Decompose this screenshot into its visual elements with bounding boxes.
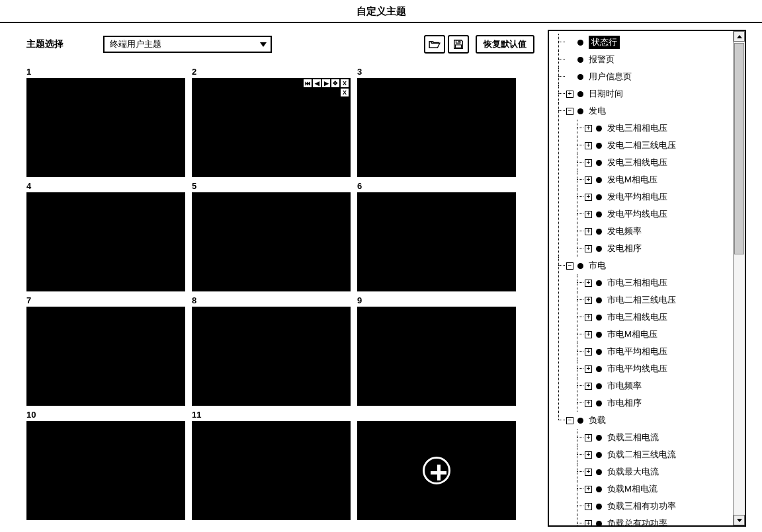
expand-icon[interactable]: + — [585, 176, 592, 184]
tree-node[interactable]: +发电三相相电压 — [585, 120, 733, 137]
slot-4[interactable]: 4 — [26, 181, 185, 291]
scroll-up-button[interactable] — [734, 31, 745, 42]
tree-node[interactable]: +市电频率 — [585, 377, 733, 395]
slot-preview[interactable] — [192, 78, 351, 177]
slot-preview[interactable] — [26, 421, 185, 520]
add-slot[interactable] — [357, 421, 516, 520]
tree-node[interactable]: +负载最大电流 — [585, 463, 733, 480]
slot-12[interactable] — [357, 410, 516, 520]
expand-icon[interactable]: + — [585, 365, 592, 373]
expand-icon[interactable]: + — [585, 520, 592, 526]
expand-icon[interactable]: + — [585, 159, 592, 167]
slot-preview[interactable] — [357, 307, 516, 406]
close-icon[interactable]: X — [340, 88, 349, 97]
slot-1[interactable]: 1 — [26, 67, 185, 177]
tree-node[interactable]: +负载二相三线电流 — [585, 446, 733, 463]
expand-icon[interactable]: + — [585, 280, 592, 287]
tree-node[interactable]: +发电M相电压 — [585, 171, 733, 188]
tree-node[interactable]: +发电平均相电压 — [585, 188, 733, 206]
tree-node[interactable]: 状态行 — [566, 34, 733, 51]
collapse-icon[interactable]: − — [566, 108, 573, 115]
expand-icon[interactable]: + — [585, 434, 592, 441]
expand-icon[interactable]: + — [585, 469, 592, 476]
slot-preview[interactable] — [192, 192, 351, 291]
save-button[interactable] — [448, 35, 469, 54]
restore-default-button[interactable]: 恢复默认值 — [476, 35, 534, 54]
tree-node[interactable]: +市电相序 — [585, 395, 733, 412]
tree-node[interactable]: +日期时间 — [566, 85, 733, 102]
expand-icon[interactable]: + — [585, 503, 592, 510]
scroll-down-button[interactable] — [734, 515, 745, 525]
scroll-track[interactable] — [734, 42, 745, 515]
tree-node[interactable]: +发电二相三线电压 — [585, 137, 733, 154]
theme-select[interactable]: 终端用户主题 — [103, 36, 272, 53]
expand-icon[interactable]: + — [585, 245, 592, 252]
expand-icon[interactable]: + — [585, 314, 592, 321]
close-icon[interactable]: X — [340, 79, 349, 88]
expand-icon[interactable]: + — [585, 400, 592, 407]
skip-back-icon[interactable]: ⏮ — [303, 79, 312, 88]
expand-icon[interactable]: + — [585, 383, 592, 390]
tree-node[interactable]: 用户信息页 — [566, 68, 733, 85]
tree-node-label: 发电平均线电压 — [607, 208, 667, 220]
expand-icon[interactable]: + — [585, 297, 592, 304]
plus-icon — [423, 457, 450, 484]
tree-node[interactable]: +市电平均相电压 — [585, 343, 733, 360]
expand-icon[interactable]: + — [585, 348, 592, 356]
tree-node[interactable]: +负载总有功功率 — [585, 515, 733, 525]
scrollbar[interactable] — [733, 31, 745, 525]
expand-icon[interactable]: + — [585, 194, 592, 201]
slot-6[interactable]: 6 — [357, 181, 516, 291]
prev-icon[interactable]: ◀ — [312, 79, 321, 88]
collapse-icon[interactable]: − — [566, 417, 573, 424]
tree-node[interactable]: +负载三相电流 — [585, 429, 733, 446]
tree-node[interactable]: 报警页 — [566, 51, 733, 68]
expand-icon[interactable]: + — [585, 486, 592, 493]
bullet-icon — [596, 229, 602, 235]
expand-icon[interactable]: + — [585, 228, 592, 235]
tree-node[interactable]: +负载M相电流 — [585, 480, 733, 498]
move-icon[interactable]: ✥ — [331, 79, 340, 88]
tree-node[interactable]: +发电三相线电压 — [585, 154, 733, 171]
tree-node[interactable]: −发电 — [566, 102, 733, 120]
slot-9[interactable]: 9 — [357, 295, 516, 406]
expand-icon[interactable]: + — [585, 142, 592, 149]
slot-11[interactable]: 11 — [192, 410, 351, 520]
slot-preview[interactable] — [26, 307, 185, 406]
next-icon[interactable]: ▶ — [321, 79, 331, 88]
collapse-icon[interactable]: − — [566, 262, 573, 270]
slot-preview[interactable] — [26, 192, 185, 291]
tree-node[interactable]: +市电M相电压 — [585, 326, 733, 343]
tree-node[interactable]: +市电平均线电压 — [585, 360, 733, 377]
expand-icon[interactable]: + — [585, 211, 592, 218]
open-button[interactable] — [424, 35, 445, 54]
tree-node[interactable]: +市电三相相电压 — [585, 274, 733, 291]
expand-icon[interactable]: + — [585, 331, 592, 338]
tree-node[interactable]: +负载三相有功功率 — [585, 498, 733, 515]
tree-node[interactable]: +发电频率 — [585, 223, 733, 240]
slot-7[interactable]: 7 — [26, 295, 185, 406]
expand-icon[interactable]: + — [566, 91, 573, 98]
tree-node[interactable]: +发电相序 — [585, 240, 733, 257]
tree-view[interactable]: 状态行报警页用户信息页+日期时间−发电+发电三相相电压+发电二相三线电压+发电三… — [549, 31, 733, 525]
tree-node[interactable]: −负载 — [566, 412, 733, 429]
scroll-thumb[interactable] — [734, 43, 744, 254]
slot-2[interactable]: 2⏮◀▶✥XX — [192, 67, 351, 177]
slot-preview[interactable] — [357, 78, 516, 177]
slot-10[interactable]: 10 — [26, 410, 185, 520]
tree-node[interactable]: +市电三相线电压 — [585, 309, 733, 326]
slot-preview[interactable] — [357, 192, 516, 291]
slot-3[interactable]: 3 — [357, 67, 516, 177]
tree-node-label: 市电平均相电压 — [607, 346, 667, 358]
slot-preview[interactable] — [192, 307, 351, 406]
expand-icon[interactable]: + — [585, 451, 592, 459]
expand-icon[interactable]: + — [585, 125, 592, 132]
slot-5[interactable]: 5 — [192, 181, 351, 291]
slot-preview[interactable] — [26, 78, 185, 177]
slot-8[interactable]: 8 — [192, 295, 351, 406]
tree-node[interactable]: −市电 — [566, 257, 733, 274]
tree-node[interactable]: +发电平均线电压 — [585, 206, 733, 223]
slot-preview[interactable] — [192, 421, 351, 520]
bullet-icon — [577, 91, 583, 97]
tree-node[interactable]: +市电二相三线电压 — [585, 291, 733, 309]
